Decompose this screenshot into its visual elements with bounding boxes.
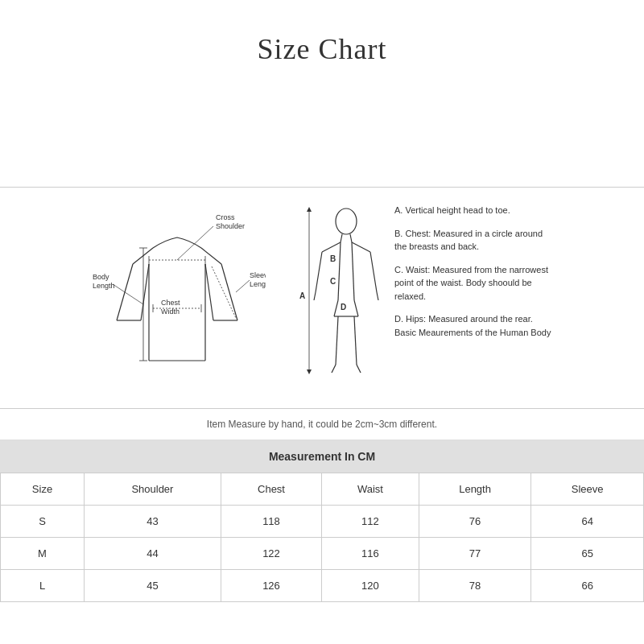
col-sleeve: Sleeve (531, 473, 644, 506)
svg-line-11 (221, 264, 237, 320)
cell-chest: 122 (221, 538, 321, 570)
svg-line-37 (322, 242, 341, 252)
garment-diagram: Cross Shoulder (89, 204, 266, 381)
cell-shoulder: 45 (85, 570, 221, 602)
note-c: C. Waist: Measured from the narrowest po… (394, 263, 555, 303)
svg-line-46 (354, 300, 358, 316)
cell-sleeve: 64 (531, 506, 644, 538)
col-chest: Chest (221, 473, 321, 506)
diagram-section: Cross Shoulder (0, 187, 644, 409)
cell-length: 78 (419, 570, 531, 602)
cell-shoulder: 44 (85, 538, 221, 570)
table-row: L451261207866 (1, 570, 644, 602)
svg-text:A: A (299, 291, 305, 300)
table-header-text: Measurement In CM (269, 450, 375, 463)
note-text: Item Measure by hand, it could be 2cm~3c… (207, 419, 437, 430)
svg-point-34 (336, 208, 357, 234)
svg-text:Chest: Chest (161, 299, 180, 307)
spacer (0, 90, 644, 187)
cell-size: L (1, 570, 85, 602)
svg-line-40 (370, 252, 377, 292)
table-column-headers: Size Shoulder Chest Waist Length Sleeve (1, 473, 644, 506)
svg-line-42 (377, 292, 378, 300)
svg-text:B: B (330, 254, 336, 263)
svg-line-49 (354, 316, 357, 365)
svg-line-39 (316, 252, 322, 292)
cell-waist: 120 (322, 570, 419, 602)
col-waist: Waist (322, 473, 419, 506)
svg-text:Body: Body (93, 273, 109, 281)
cell-sleeve: 65 (531, 538, 644, 570)
table-row: M441221167765 (1, 538, 644, 570)
svg-line-50 (332, 365, 336, 373)
svg-text:Length: Length (250, 280, 266, 288)
note-b: B. Chest: Measured in a circle around th… (394, 227, 555, 254)
cell-chest: 118 (221, 506, 321, 538)
svg-line-5 (141, 264, 149, 320)
svg-marker-57 (307, 207, 312, 212)
cell-length: 76 (419, 506, 531, 538)
svg-line-48 (336, 316, 338, 365)
cell-waist: 116 (322, 538, 419, 570)
svg-marker-58 (307, 369, 312, 374)
page-title: Size Chart (0, 0, 644, 90)
svg-line-12 (201, 248, 221, 264)
measurement-note: Item Measure by hand, it could be 2cm~3c… (0, 409, 644, 440)
cell-length: 77 (419, 538, 531, 570)
cell-chest: 126 (221, 570, 321, 602)
col-shoulder: Shoulder (85, 473, 221, 506)
cell-shoulder: 43 (85, 506, 221, 538)
svg-text:Sleeve: Sleeve (250, 271, 266, 279)
col-size: Size (1, 473, 85, 506)
svg-text:C: C (330, 277, 336, 286)
svg-text:Shoulder: Shoulder (216, 222, 245, 230)
table-row: S431181127664 (1, 506, 644, 538)
svg-line-9 (205, 264, 213, 320)
svg-line-31 (236, 280, 250, 292)
size-table: Size Shoulder Chest Waist Length Sleeve … (0, 473, 644, 602)
svg-line-38 (352, 242, 370, 252)
svg-text:Width: Width (161, 308, 180, 316)
size-table-section: Measurement In CM Size Shoulder Chest Wa… (0, 440, 644, 602)
svg-line-44 (352, 242, 354, 300)
svg-line-16 (177, 226, 213, 260)
col-length: Length (419, 473, 531, 506)
svg-line-2 (133, 248, 153, 264)
svg-text:Cross: Cross (216, 213, 235, 221)
svg-line-35 (341, 234, 342, 242)
svg-line-43 (338, 242, 341, 300)
cell-sleeve: 66 (531, 570, 644, 602)
measurement-notes: A. Vertical height head to toe. B. Chest… (394, 204, 555, 347)
svg-text:D: D (341, 303, 346, 312)
cell-size: S (1, 506, 85, 538)
note-a: A. Vertical height head to toe. (394, 204, 555, 217)
svg-line-51 (357, 365, 361, 373)
body-diagram-section: B C D A A. Vertical height head to toe. … (298, 204, 555, 392)
svg-line-36 (350, 234, 352, 242)
cell-size: M (1, 538, 85, 570)
svg-line-41 (314, 292, 316, 300)
cell-waist: 112 (322, 506, 419, 538)
table-header: Measurement In CM (0, 440, 644, 473)
svg-text:Length: Length (93, 282, 115, 290)
svg-line-45 (334, 300, 338, 316)
svg-line-22 (113, 284, 143, 304)
note-d: D. Hips: Measured around the rear. Basic… (394, 312, 555, 339)
body-figure: B C D A (298, 204, 378, 392)
